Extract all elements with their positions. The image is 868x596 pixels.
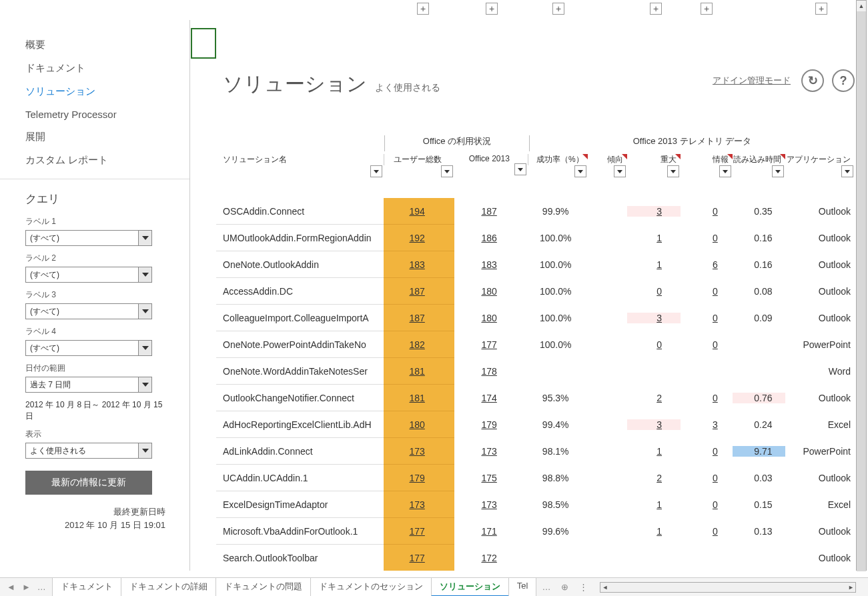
comment-flag-icon[interactable] xyxy=(582,154,588,159)
cell-info[interactable]: 0 xyxy=(681,313,733,323)
tabs-more-ellipsis[interactable]: … xyxy=(536,582,556,592)
tab-nav-prev-icon[interactable]: ◄ xyxy=(7,582,15,592)
cell-name[interactable]: ColleagueImport.ColleagueImportA xyxy=(216,305,384,331)
cell-office[interactable]: 173 xyxy=(454,446,528,457)
cell-users[interactable]: 179 xyxy=(384,465,455,491)
filter-select-0[interactable]: (すべて) xyxy=(25,230,152,246)
cell-users[interactable]: 177 xyxy=(384,518,455,545)
cell-users[interactable]: 183 xyxy=(384,251,455,278)
cell-users[interactable]: 181 xyxy=(384,385,455,411)
cell-users[interactable]: 173 xyxy=(384,491,455,518)
nav-item-0[interactable]: 概要 xyxy=(0,33,189,57)
column-expand-button[interactable]: + xyxy=(552,3,564,15)
cell-users[interactable]: 192 xyxy=(384,225,455,251)
sheet-tab-1[interactable]: ドキュメントの詳細 xyxy=(121,578,216,597)
sheet-tab-4[interactable]: ソリューション xyxy=(431,578,509,597)
cell-info[interactable]: 0 xyxy=(681,206,733,217)
cell-name[interactable]: OneNote.OutlookAddin xyxy=(216,251,384,278)
sheet-tab-5[interactable]: Tel xyxy=(508,578,537,597)
cell-critical[interactable]: 1 xyxy=(627,259,681,270)
cell-critical[interactable]: 0 xyxy=(627,286,681,297)
cell-info[interactable]: 6 xyxy=(681,259,733,270)
cell-office[interactable]: 183 xyxy=(454,259,528,270)
filter-button[interactable] xyxy=(667,165,679,177)
cell-info[interactable]: 0 xyxy=(681,446,733,457)
date-range-select[interactable]: 過去 7 日間 xyxy=(25,377,152,393)
cell-selection-box[interactable] xyxy=(191,28,216,59)
cell-users[interactable]: 181 xyxy=(384,358,455,385)
cell-office[interactable]: 177 xyxy=(454,339,528,350)
cell-name[interactable]: AccessAddin.DC xyxy=(216,278,384,305)
cell-info[interactable]: 0 xyxy=(681,339,733,350)
cell-critical[interactable]: 1 xyxy=(627,526,681,537)
cell-critical[interactable]: 1 xyxy=(627,233,681,243)
cell-name[interactable]: UCAddin.UCAddin.1 xyxy=(216,465,384,491)
tab-nav-next-icon[interactable]: ► xyxy=(22,582,31,592)
cell-critical[interactable]: 3 xyxy=(627,313,681,323)
cell-info[interactable]: 0 xyxy=(681,526,733,537)
add-sheet-icon[interactable]: ⊕ xyxy=(556,582,574,592)
comment-flag-icon[interactable] xyxy=(675,154,681,159)
nav-item-3[interactable]: Telemetry Processor xyxy=(0,103,189,125)
cell-info[interactable]: 0 xyxy=(681,473,733,483)
nav-item-4[interactable]: 展開 xyxy=(0,125,189,149)
scroll-left-icon[interactable]: ◄ xyxy=(602,584,608,591)
column-expand-button[interactable]: + xyxy=(701,3,713,15)
column-expand-button[interactable]: + xyxy=(650,3,662,15)
cell-office[interactable]: 172 xyxy=(454,553,528,563)
filter-select-2[interactable]: (すべて) xyxy=(25,303,152,319)
cell-info[interactable]: 0 xyxy=(681,286,733,297)
cell-name[interactable]: AdHocReportingExcelClientLib.AdH xyxy=(216,411,384,438)
cell-name[interactable]: OSCAddin.Connect xyxy=(216,198,384,225)
cell-critical[interactable]: 2 xyxy=(627,473,681,483)
scroll-right-icon[interactable]: ► xyxy=(848,584,854,591)
cell-office[interactable]: 180 xyxy=(454,313,528,323)
cell-users[interactable]: 187 xyxy=(384,278,455,305)
update-button[interactable]: 最新の情報に更新 xyxy=(25,471,152,495)
nav-item-1[interactable]: ドキュメント xyxy=(0,57,189,80)
cell-name[interactable]: OutlookChangeNotifier.Connect xyxy=(216,385,384,411)
cell-critical[interactable]: 2 xyxy=(627,393,681,403)
comment-flag-icon[interactable] xyxy=(622,154,627,159)
cell-name[interactable]: UMOutlookAddin.FormRegionAddin xyxy=(216,225,384,251)
filter-button[interactable] xyxy=(514,163,526,175)
cell-info[interactable]: 0 xyxy=(681,233,733,243)
cell-users[interactable]: 194 xyxy=(384,198,455,225)
cell-critical[interactable]: 0 xyxy=(627,339,681,350)
cell-office[interactable]: 178 xyxy=(454,366,528,377)
cell-critical[interactable]: 3 xyxy=(627,419,681,430)
tab-nav-ellipsis[interactable]: … xyxy=(37,582,46,592)
cell-office[interactable]: 186 xyxy=(454,233,528,243)
scroll-up-icon[interactable]: ▲ xyxy=(857,1,866,11)
nav-item-2[interactable]: ソリューション xyxy=(0,80,189,103)
cell-name[interactable]: Search.OutlookToolbar xyxy=(216,545,384,571)
cell-name[interactable]: AdLinkAddin.Connect xyxy=(216,438,384,465)
vertical-scrollbar[interactable]: ▲ xyxy=(856,0,867,571)
addin-management-mode-link[interactable]: アドイン管理モード xyxy=(713,75,791,87)
filter-select-1[interactable]: (すべて) xyxy=(25,267,152,283)
filter-button[interactable] xyxy=(772,165,784,177)
cell-users[interactable]: 187 xyxy=(384,305,455,331)
filter-button[interactable] xyxy=(841,165,853,177)
horizontal-scrollbar[interactable]: ◄► xyxy=(600,582,856,593)
sheet-tab-0[interactable]: ドキュメント xyxy=(52,578,121,597)
cell-office[interactable]: 187 xyxy=(454,206,528,217)
comment-flag-icon[interactable] xyxy=(727,154,733,159)
cell-name[interactable]: ExcelDesignTimeAdaptor xyxy=(216,491,384,518)
filter-button[interactable] xyxy=(614,165,626,177)
cell-info[interactable]: 0 xyxy=(681,393,733,403)
cell-users[interactable]: 182 xyxy=(384,331,455,358)
help-icon[interactable]: ? xyxy=(832,69,855,92)
cell-info[interactable]: 3 xyxy=(681,419,733,430)
cell-critical[interactable]: 1 xyxy=(627,446,681,457)
cell-users[interactable]: 177 xyxy=(384,545,455,571)
sheet-tab-2[interactable]: ドキュメントの問題 xyxy=(215,578,311,597)
cell-office[interactable]: 174 xyxy=(454,393,528,403)
cell-info[interactable]: 0 xyxy=(681,499,733,510)
cell-critical[interactable]: 1 xyxy=(627,499,681,510)
cell-users[interactable]: 173 xyxy=(384,438,455,465)
column-expand-button[interactable]: + xyxy=(417,3,429,15)
cell-name[interactable]: Microsoft.VbaAddinForOutlook.1 xyxy=(216,518,384,545)
cell-users[interactable]: 180 xyxy=(384,411,455,438)
cell-critical[interactable]: 3 xyxy=(627,206,681,217)
